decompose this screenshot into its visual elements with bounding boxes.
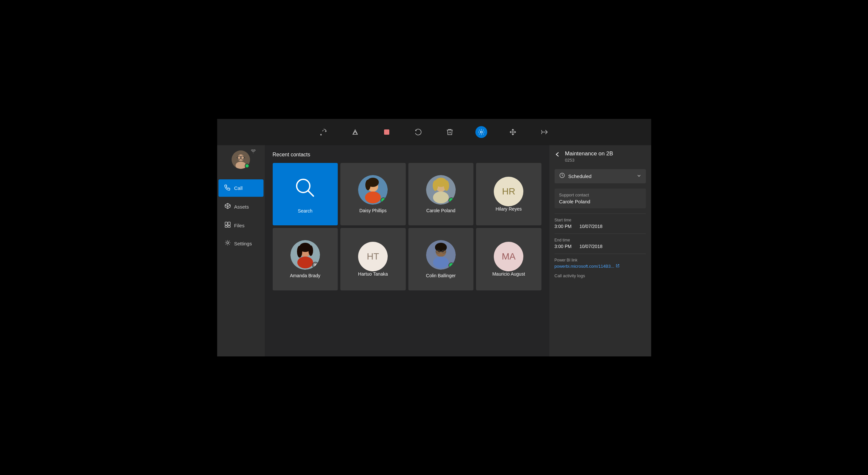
amanda-status: × [312, 262, 319, 268]
svg-point-11 [227, 242, 229, 244]
panel-title-area: Maintenance on 2B 0253 [565, 151, 613, 163]
svg-point-23 [444, 180, 449, 191]
powerbi-link[interactable]: powerbi.microsoft.com/114B3... [555, 264, 646, 269]
colin-avatar [426, 240, 456, 270]
search-icon [292, 175, 318, 204]
amanda-avatar: × [290, 240, 320, 270]
search-label: Search [298, 208, 312, 214]
divider-2 [555, 233, 646, 234]
hilary-name: Hilary Reyes [496, 206, 522, 212]
undo-icon[interactable] [412, 126, 424, 138]
end-time-row: End time 3:00 PM 10/07/2018 [555, 238, 646, 249]
start-time-row: Start time 3:00 PM 10/07/2018 [555, 218, 646, 229]
panel-subtitle: 0253 [565, 158, 613, 163]
svg-point-1 [480, 131, 482, 133]
colin-status [448, 262, 454, 268]
daisy-name: Daisy Phillips [360, 208, 387, 213]
contact-card-hilary[interactable]: HR Hilary Reyes [476, 163, 541, 225]
svg-rect-7 [225, 222, 227, 225]
powerbi-link-text: powerbi.microsoft.com/114B3... [555, 264, 614, 269]
sidebar-nav: Call Assets [217, 179, 265, 255]
svg-rect-10 [228, 226, 230, 227]
end-date-value: 10/07/2018 [580, 244, 602, 249]
toolbar [217, 119, 651, 145]
wifi-icon [251, 149, 256, 154]
move-icon[interactable] [507, 126, 519, 138]
svg-rect-9 [225, 226, 227, 227]
colin-name: Colin Ballinger [426, 273, 456, 278]
assets-nav-label: Assets [234, 204, 249, 210]
amanda-name: Amanda Brady [290, 273, 320, 278]
hartuo-name: Hartuo Tanaka [358, 271, 388, 277]
daisy-status [380, 197, 386, 203]
trash-icon[interactable] [444, 126, 456, 138]
panel-title: Maintenance on 2B [565, 151, 613, 157]
carole-name: Carole Poland [426, 208, 455, 213]
pin-icon[interactable] [538, 126, 550, 138]
chevron-down-icon [637, 173, 641, 179]
powerbi-row: Power BI link powerbi.microsoft.com/114B… [555, 258, 646, 269]
contact-card-daisy[interactable]: Daisy Phillips [340, 163, 406, 225]
content-area: Recent contacts Search [265, 145, 549, 356]
end-time-values: 3:00 PM 10/07/2018 [555, 244, 646, 249]
sidebar: Call Assets [217, 145, 265, 356]
clock-icon [559, 172, 565, 180]
record-icon[interactable] [381, 126, 393, 138]
start-time-label: Start time [555, 218, 646, 222]
sidebar-item-settings[interactable]: Settings [218, 235, 264, 252]
contact-card-carole[interactable]: Carole Poland [408, 163, 474, 225]
svg-point-20 [433, 191, 449, 203]
status-dropdown[interactable]: Scheduled [555, 169, 646, 183]
call-activity-label: Call activity logs [555, 273, 646, 278]
start-date-value: 10/07/2018 [580, 224, 602, 229]
contact-card-mauricio[interactable]: MA Mauricio August [476, 228, 541, 290]
status-label: Scheduled [559, 172, 592, 180]
divider-3 [555, 254, 646, 254]
divider-1 [555, 214, 646, 214]
svg-point-17 [365, 180, 371, 190]
panel-header: Maintenance on 2B 0253 [555, 151, 646, 163]
settings-nav-icon [224, 240, 231, 248]
svg-point-28 [297, 246, 302, 257]
support-contact-name: Carole Poland [559, 199, 641, 204]
start-time-values: 3:00 PM 10/07/2018 [555, 224, 646, 229]
section-title: Recent contacts [273, 152, 541, 158]
daisy-avatar [358, 175, 388, 204]
hartuo-avatar: HT [358, 242, 388, 271]
carole-status [448, 197, 454, 203]
svg-rect-0 [384, 129, 389, 135]
assets-nav-icon [224, 203, 231, 211]
user-status-indicator [245, 164, 249, 168]
contacts-grid: Search Dais [273, 163, 541, 290]
disconnect-icon[interactable] [318, 126, 330, 138]
carole-avatar [426, 175, 456, 204]
sidebar-item-call[interactable]: Call [218, 179, 264, 197]
external-link-icon [616, 264, 620, 269]
settings-nav-label: Settings [234, 241, 252, 246]
contact-card-colin[interactable]: Colin Ballinger [408, 228, 474, 290]
files-nav-label: Files [234, 223, 245, 228]
svg-point-32 [433, 257, 449, 268]
contact-card-amanda[interactable]: × Amanda Brady [273, 228, 338, 290]
right-panel: Maintenance on 2B 0253 Scheduled [549, 145, 651, 356]
main-area: Call Assets [217, 145, 651, 356]
mauricio-name: Mauricio August [492, 271, 525, 277]
end-time-value: 3:00 PM [555, 244, 572, 249]
svg-point-26 [297, 257, 313, 268]
settings-active-icon[interactable] [475, 126, 487, 138]
hilary-initials: HR [502, 186, 515, 197]
pen-icon[interactable] [349, 126, 361, 138]
call-nav-label: Call [234, 185, 243, 191]
support-contact-box: Support contact Carole Poland [555, 189, 646, 208]
start-time-value: 3:00 PM [555, 224, 572, 229]
hilary-avatar: HR [494, 177, 523, 206]
user-avatar-area [231, 151, 250, 169]
svg-point-22 [433, 180, 438, 191]
contact-card-hartuo[interactable]: HT Hartuo Tanaka [340, 228, 406, 290]
search-card[interactable]: Search [273, 163, 338, 225]
back-button[interactable] [555, 151, 561, 159]
sidebar-item-files[interactable]: Files [218, 217, 264, 234]
hartuo-initials: HT [367, 251, 379, 262]
sidebar-item-assets[interactable]: Assets [218, 198, 264, 216]
files-nav-icon [224, 221, 231, 230]
